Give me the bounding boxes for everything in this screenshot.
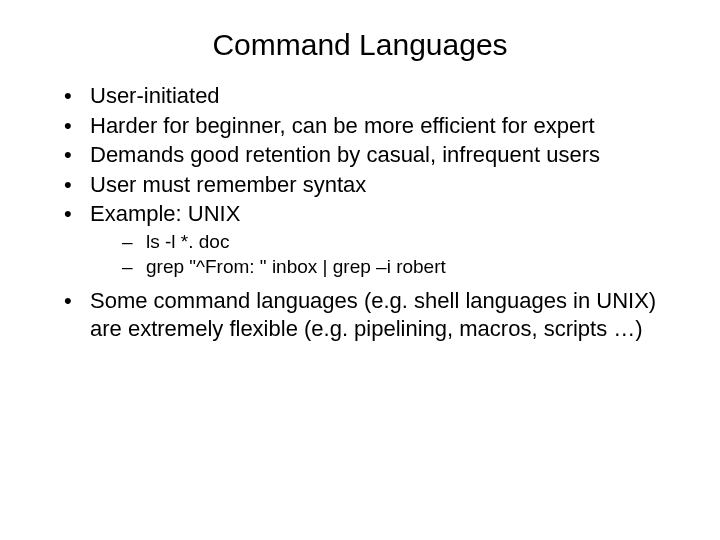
bullet-text: User must remember syntax: [90, 172, 366, 197]
sub-bullet-text: ls -l *. doc: [146, 231, 229, 252]
list-item: User must remember syntax: [60, 171, 660, 199]
list-item: Harder for beginner, can be more efficie…: [60, 112, 660, 140]
list-item: User-initiated: [60, 82, 660, 110]
list-item: Demands good retention by casual, infreq…: [60, 141, 660, 169]
slide: Command Languages User-initiated Harder …: [0, 0, 720, 540]
sub-bullet-text: grep "^From: " inbox | grep –i robert: [146, 256, 446, 277]
bullet-list: User-initiated Harder for beginner, can …: [60, 82, 660, 342]
list-item: ls -l *. doc: [90, 230, 660, 254]
list-item: Some command languages (e.g. shell langu…: [60, 287, 660, 342]
bullet-text: Demands good retention by casual, infreq…: [90, 142, 600, 167]
sub-bullet-list: ls -l *. doc grep "^From: " inbox | grep…: [90, 230, 660, 280]
list-item: grep "^From: " inbox | grep –i robert: [90, 255, 660, 279]
list-item: Example: UNIX ls -l *. doc grep "^From: …: [60, 200, 660, 279]
bullet-text: Harder for beginner, can be more efficie…: [90, 113, 595, 138]
slide-title: Command Languages: [0, 0, 720, 82]
bullet-text: Some command languages (e.g. shell langu…: [90, 288, 656, 341]
slide-content: User-initiated Harder for beginner, can …: [0, 82, 720, 342]
bullet-text: Example: UNIX: [90, 201, 240, 226]
bullet-text: User-initiated: [90, 83, 220, 108]
